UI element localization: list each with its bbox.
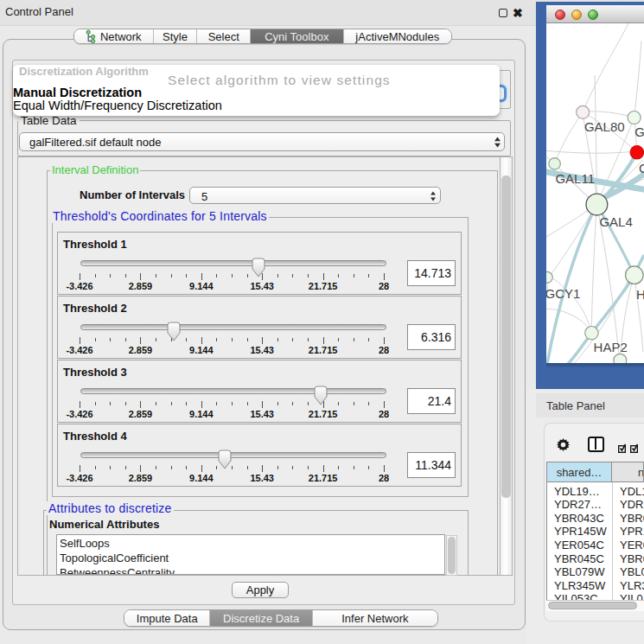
- svg-text:GAL80: GAL80: [584, 119, 625, 134]
- svg-text:HAP2: HAP2: [594, 340, 628, 354]
- svg-text:GAL11: GAL11: [555, 171, 595, 186]
- svg-text:GA: GA: [634, 124, 644, 139]
- svg-text:GCY1: GCY1: [546, 286, 580, 301]
- svg-text:C: C: [639, 161, 644, 175]
- svg-text:GAL4: GAL4: [599, 214, 632, 229]
- svg-text:H: H: [636, 287, 644, 302]
